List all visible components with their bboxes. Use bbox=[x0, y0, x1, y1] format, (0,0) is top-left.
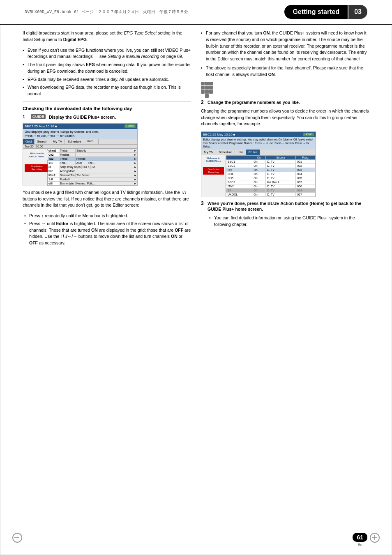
grid-prog2 bbox=[76, 154, 133, 155]
screen2-channel: BBC2 25 May 10:10 ■ bbox=[203, 133, 235, 136]
grid-ch: 6/5/e★ bbox=[48, 173, 59, 177]
intro-paragraph: If digital broadcasts start in your area… bbox=[23, 30, 191, 43]
editor-ch: E4 bbox=[226, 188, 252, 192]
divider bbox=[23, 101, 191, 102]
bullet-item: When downloading EPG data, the recorder … bbox=[23, 84, 191, 97]
step2-number: 2 bbox=[201, 99, 205, 105]
editor-on: Off bbox=[252, 188, 266, 192]
editor-num: 002 bbox=[296, 164, 316, 168]
editor-source: D. TV bbox=[266, 159, 296, 164]
step2-text: Change the programme numbers as you like… bbox=[208, 99, 300, 106]
editor-row-highlight: ITV On D. TV 003 bbox=[226, 168, 316, 172]
step1-row: 1 GUIDE Display the GUIDE Plus+ screen. bbox=[23, 114, 191, 120]
screen1-date: Tue 25 10:00 bbox=[23, 145, 137, 149]
main-content: If digital broadcasts start in your area… bbox=[23, 27, 369, 532]
grid-arrow: ► bbox=[133, 173, 137, 177]
editor-on: On bbox=[252, 192, 266, 196]
grid-row: 1↕8 Football ► bbox=[48, 177, 137, 182]
editor-row: BBC2 On D. TV 002 bbox=[226, 164, 316, 168]
grid-ch: util bbox=[48, 182, 59, 185]
guide-icon: GUIDE bbox=[31, 114, 46, 119]
editor-on: On bbox=[252, 168, 266, 172]
grid-ch: 1↕8 bbox=[48, 177, 59, 181]
grid-row: Ch2 Fimbles ► bbox=[48, 153, 137, 157]
editor-on: On bbox=[252, 184, 266, 188]
left-column: If digital broadcasts start in your area… bbox=[23, 30, 191, 248]
sub-bullet-1: Press ↑ repeatedly until the Menu bar is… bbox=[23, 213, 191, 219]
editor-ch: UKGOL bbox=[226, 192, 252, 196]
grid-row: five Armageddon ► bbox=[48, 169, 137, 173]
nav-grid: Grid bbox=[23, 139, 35, 144]
grid-prog1: Thrisa bbox=[59, 149, 76, 152]
grid-prog1: Emmerdale bbox=[59, 182, 76, 185]
editor-num: 006 bbox=[296, 184, 316, 188]
editor-ch: CH4 bbox=[226, 172, 252, 176]
grid-arrow: ► bbox=[133, 157, 137, 161]
screen1-grid: chan1 Thrisa Starship ► Ch2 Fimbles ► bbox=[48, 149, 137, 186]
grid-ch: Tw2 bbox=[48, 157, 59, 161]
editor-ch: ITV bbox=[226, 168, 252, 172]
grid-row: £1 Sally Jessy Raph... Our b... Go ► bbox=[48, 165, 137, 169]
grid-arrow: ► bbox=[133, 149, 137, 152]
editor-num: 005 bbox=[296, 176, 316, 180]
nav-mytv: My TV bbox=[50, 139, 65, 144]
grid-ch: Ch2 bbox=[48, 153, 59, 157]
recording-btn2: One-ButtonRecording bbox=[203, 167, 224, 175]
right-bullet-2: The above is especially important for th… bbox=[201, 65, 369, 78]
section-number: 03 bbox=[348, 5, 367, 19]
editor-num: 004 bbox=[296, 172, 316, 176]
right-column: For any channel that you turn ON, the GU… bbox=[201, 30, 369, 248]
right-bullet-1: For any channel that you turn ON, the GU… bbox=[201, 30, 369, 62]
editor-row-off: E4 Off D. TV 014 bbox=[226, 188, 316, 192]
screen1-channel: BBC2 25 May 10:10 ■ bbox=[25, 124, 57, 128]
editor-th-num: Prog. bbox=[296, 155, 316, 159]
editor-ch: ITV2 bbox=[226, 184, 252, 188]
page-header: DVRLX60D_WV_EN.book 61 ページ ２００７年４月２４日 火曜… bbox=[0, 0, 392, 25]
grid-prog1: News at Ten bbox=[59, 173, 76, 177]
grid-arrow: ► bbox=[133, 169, 137, 173]
grid-arrow: ► bbox=[133, 165, 137, 169]
editor-on: On bbox=[252, 180, 266, 184]
grid-prog1: Fimbles bbox=[59, 153, 76, 157]
nav-search: Search bbox=[35, 139, 50, 144]
grid-ch: five bbox=[48, 169, 59, 173]
editor-source: D. TV bbox=[266, 164, 296, 168]
right-bullet-list: For any channel that you turn ON, the GU… bbox=[201, 30, 369, 78]
grid-ch: £1 bbox=[48, 165, 59, 169]
grid-prog3: Go bbox=[91, 165, 133, 169]
grid-prog2: Starship bbox=[76, 149, 133, 152]
editor-header-row: On Source Prog. bbox=[226, 155, 316, 159]
intro-bold: Digital EPG bbox=[63, 37, 87, 42]
bullet-item: EPG data may be received several times a… bbox=[23, 76, 191, 83]
corner-br bbox=[370, 533, 380, 543]
grid-row: 6/5/e★ News at Ten The Secret ► bbox=[48, 173, 137, 177]
nav2-schedule: Schedule bbox=[216, 150, 235, 155]
grid-row: chan1 Thrisa Starship ► bbox=[48, 149, 137, 153]
nav2-info: Info bbox=[235, 150, 246, 155]
grid-prog2: Alias bbox=[76, 161, 87, 165]
editor-num: 001 bbox=[296, 159, 316, 164]
editor-row: BBC1 On D. TV 001 bbox=[226, 159, 316, 164]
guide-logo2: Welcome toGUIDE Plus+ bbox=[203, 157, 224, 164]
grid-row: util Emmerdale Homes... Polic... ► bbox=[48, 182, 137, 186]
grid-prog1: Sally Jessy Raph... bbox=[59, 165, 82, 169]
screen1-caption: You should see a grid filled with channe… bbox=[23, 189, 191, 209]
nav2-mytv: My TV bbox=[201, 150, 216, 155]
screen1-home: Home bbox=[125, 124, 136, 128]
screen2-sidebar: Welcome toGUIDE Plus+ One-ButtonRecordin… bbox=[201, 155, 226, 197]
editor-num: 014 bbox=[296, 188, 316, 192]
screen1-sidebar: Welcome toGUIDE Plus+ One-ButtonRecordin… bbox=[23, 149, 48, 186]
grid-row: Tw2 Thrisa Friends ► bbox=[48, 157, 137, 161]
intro-italic: EPG Type Select bbox=[124, 30, 157, 35]
editor-table-area: On Source Prog. BBC1 On D. TV bbox=[226, 155, 316, 197]
editor-ch: CH5 bbox=[226, 176, 252, 180]
editor-source: D. TV bbox=[266, 176, 296, 180]
grid-prog1: Football bbox=[59, 177, 133, 181]
grid-arrow: ► bbox=[133, 161, 137, 165]
checking-heading: Checking the downloaded data the followi… bbox=[23, 106, 191, 111]
screen1-mockup: BBC2 25 May 10:10 ■ Home Grid displays p… bbox=[23, 123, 138, 186]
page-number-area: 61 En bbox=[353, 533, 367, 547]
editor-num: 017 bbox=[296, 192, 316, 196]
grid-row: 1↕1 This... Alias The... ► bbox=[48, 161, 137, 165]
grid-prog2: Friends bbox=[76, 157, 133, 161]
